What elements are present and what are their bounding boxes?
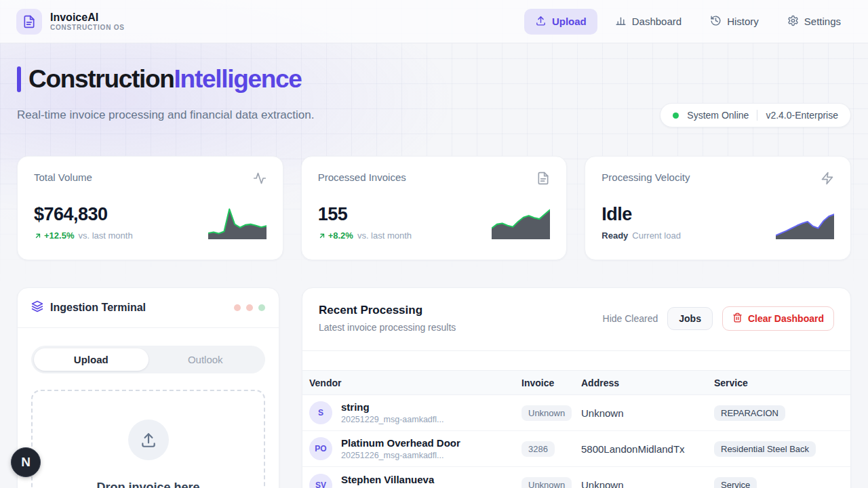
- divider: [757, 110, 757, 121]
- tab-upload[interactable]: Upload: [34, 348, 149, 371]
- gear-icon: [787, 15, 799, 28]
- address-cell: 5800LandonMidlandTx: [581, 443, 714, 455]
- top-navigation-bar: InvoiceAI CONSTRUCTION OS Upload Dashboa…: [0, 0, 868, 43]
- service-cell: Residential Steel Back: [714, 441, 850, 457]
- brand-text: InvoiceAI CONSTRUCTION OS: [50, 12, 125, 31]
- page-title: ConstructionIntelligence: [17, 65, 851, 94]
- sparkline-chart: [776, 204, 834, 239]
- column-header-address: Address: [581, 378, 714, 388]
- vendor-text: Stephen Villanueva20251225_msg-aamkadfl.…: [341, 474, 443, 488]
- nav-label: Upload: [552, 16, 587, 27]
- table-row[interactable]: Sstring20251229_msg-aamkadfl...UnknownUn…: [302, 395, 850, 431]
- stat-label: Processed Invoices: [318, 171, 406, 183]
- processing-table: Vendor Invoice Address Service Sstring20…: [302, 351, 850, 488]
- delta-note: vs. last month: [78, 230, 132, 241]
- stat-card-processed-invoices: Processed Invoices 155 +8.2% vs. last mo…: [301, 156, 568, 260]
- column-header-invoice: Invoice: [521, 378, 581, 388]
- status-dot-icon: [673, 113, 679, 119]
- upload-tray-icon: [128, 420, 169, 460]
- title-dark: Construction: [28, 65, 174, 93]
- nav-label: Dashboard: [632, 16, 682, 27]
- version-label: v2.4.0-Enterprise: [766, 110, 838, 121]
- arrow-up-right-icon: [34, 232, 42, 240]
- status-label: System Online: [687, 110, 749, 121]
- nav-item-settings[interactable]: Settings: [776, 9, 852, 35]
- service-cell: REPARACION: [714, 405, 850, 421]
- jobs-button[interactable]: Jobs: [667, 307, 713, 330]
- invoice-badge: Unknown: [521, 405, 572, 421]
- stat-cards-row: Total Volume $764,830 +12.5% vs. last mo…: [17, 156, 851, 260]
- invoice-cell: Unknown: [521, 405, 581, 421]
- vendor-cell: Sstring20251229_msg-aamkadfl...: [309, 401, 521, 424]
- table-row[interactable]: POPlatinum Overhead Door20251226_msg-aam…: [302, 431, 850, 467]
- stat-label: Processing Velocity: [601, 171, 690, 183]
- tab-outlook[interactable]: Outlook: [149, 348, 263, 371]
- table-body: Sstring20251229_msg-aamkadfl...UnknownUn…: [302, 395, 850, 488]
- vendor-cell: POPlatinum Overhead Door20251226_msg-aam…: [309, 437, 521, 460]
- arrow-up-right-icon: [318, 232, 326, 240]
- invoice-cell: 3286: [521, 441, 581, 457]
- nav-item-upload[interactable]: Upload: [524, 9, 597, 35]
- nav-label: History: [727, 16, 759, 27]
- history-icon: [710, 15, 722, 28]
- nav-label: Settings: [804, 16, 841, 27]
- activity-icon: [253, 171, 267, 188]
- table-row[interactable]: SVStephen Villanueva20251225_msg-aamkadf…: [302, 467, 850, 488]
- stat-card-processing-velocity: Processing Velocity Idle Ready Current l…: [585, 156, 851, 260]
- trend-up-indicator: +12.5%: [34, 230, 74, 241]
- hero-section: ConstructionIntelligence Real-time invoi…: [0, 43, 868, 127]
- table-header-row: Vendor Invoice Address Service: [302, 370, 850, 395]
- invoice-document-icon: [16, 9, 42, 35]
- bar-chart-icon: [615, 15, 627, 28]
- app-title: InvoiceAI: [50, 12, 125, 24]
- service-badge: REPARACION: [714, 405, 785, 421]
- bottom-panels: Ingestion Terminal Upload Outlook Drop i…: [17, 287, 851, 488]
- vendor-name: Stephen Villanueva: [341, 474, 443, 486]
- avatar: PO: [309, 437, 332, 460]
- terminal-title: Ingestion Terminal: [50, 302, 146, 314]
- trend-up-indicator: +8.2%: [318, 230, 353, 241]
- dropzone-title: Drop invoice here: [96, 481, 199, 488]
- title-accent: Intelligence: [174, 65, 302, 93]
- upload-icon: [535, 15, 547, 28]
- stat-card-total-volume: Total Volume $764,830 +12.5% vs. last mo…: [17, 156, 283, 260]
- vendor-name: Platinum Overhead Door: [341, 437, 460, 449]
- column-header-vendor: Vendor: [309, 378, 521, 388]
- vendor-filename: 20251229_msg-aamkadfl...: [341, 415, 443, 424]
- window-dots: [234, 304, 265, 311]
- hide-cleared-label: Hide Cleared: [603, 313, 658, 324]
- nav-items: Upload Dashboard History Settings: [524, 9, 852, 35]
- invoice-dropzone[interactable]: Drop invoice here or click to browse sys…: [31, 390, 265, 488]
- vendor-cell: SVStephen Villanueva20251225_msg-aamkadf…: [309, 474, 521, 488]
- brand: InvoiceAI CONSTRUCTION OS: [16, 9, 125, 35]
- avatar: SV: [309, 474, 332, 488]
- window-dot-icon: [234, 304, 241, 311]
- window-dot-icon: [258, 304, 265, 311]
- avatar: S: [309, 401, 332, 424]
- sparkline-chart: [492, 204, 550, 239]
- processing-subtitle: Latest invoice processing results: [319, 322, 456, 333]
- system-status-badge: System Online v2.4.0-Enterprise: [660, 103, 851, 127]
- vendor-name: string: [341, 401, 443, 413]
- vendor-text: Platinum Overhead Door20251226_msg-aamka…: [341, 437, 460, 460]
- delta-note: vs. last month: [357, 230, 412, 241]
- service-badge: Residential Steel Back: [714, 441, 816, 457]
- trash-icon: [732, 312, 743, 325]
- layers-icon: [31, 300, 43, 315]
- clear-dashboard-button[interactable]: Clear Dashboard: [722, 306, 834, 331]
- processing-title: Recent Processing: [319, 304, 456, 317]
- ingestion-terminal-panel: Ingestion Terminal Upload Outlook Drop i…: [17, 287, 279, 488]
- service-badge: Service: [714, 477, 757, 488]
- nextjs-dev-badge[interactable]: N: [11, 447, 41, 477]
- vendor-filename: 20251226_msg-aamkadfl...: [341, 451, 460, 460]
- address-cell: Unknown: [581, 479, 714, 488]
- sparkline-chart: [208, 204, 267, 239]
- page-subtitle: Real-time invoice processing and financi…: [17, 108, 314, 122]
- window-dot-icon: [246, 304, 253, 311]
- stat-label: Total Volume: [34, 171, 92, 183]
- nav-item-dashboard[interactable]: Dashboard: [604, 9, 692, 35]
- vendor-text: string20251229_msg-aamkadfl...: [341, 401, 443, 424]
- address-cell: Unknown: [581, 407, 714, 419]
- zap-icon: [821, 171, 834, 188]
- nav-item-history[interactable]: History: [699, 9, 770, 35]
